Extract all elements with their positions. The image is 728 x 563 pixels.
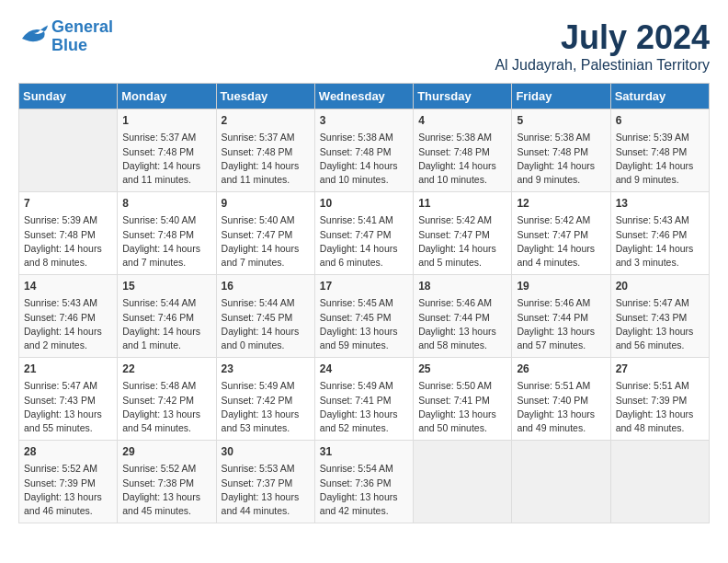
- calendar-cell: 6Sunrise: 5:39 AMSunset: 7:48 PMDaylight…: [610, 109, 709, 192]
- day-info-line: and 4 minutes.: [517, 256, 605, 270]
- header-monday: Monday: [118, 84, 216, 109]
- calendar-cell: 2Sunrise: 5:37 AMSunset: 7:48 PMDaylight…: [216, 109, 314, 192]
- day-info-line: Sunset: 7:48 PM: [122, 145, 210, 159]
- day-info-line: Daylight: 14 hours: [320, 159, 408, 173]
- day-info-line: Sunrise: 5:43 AM: [616, 213, 704, 227]
- day-info-line: Sunset: 7:39 PM: [616, 394, 704, 408]
- day-info-line: Sunset: 7:48 PM: [320, 145, 408, 159]
- day-info-line: Sunrise: 5:47 AM: [616, 296, 704, 310]
- day-info-line: Daylight: 14 hours: [24, 325, 112, 339]
- day-info-line: Sunset: 7:48 PM: [418, 145, 506, 159]
- day-info-line: Sunrise: 5:51 AM: [517, 379, 605, 393]
- day-info-line: Sunset: 7:47 PM: [320, 228, 408, 242]
- day-info-line: and 8 minutes.: [24, 256, 112, 270]
- calendar-cell: 17Sunrise: 5:45 AMSunset: 7:45 PMDayligh…: [314, 275, 413, 358]
- day-info-line: Sunrise: 5:43 AM: [24, 296, 112, 310]
- calendar-cell: [512, 441, 610, 523]
- calendar-cell: 7Sunrise: 5:39 AMSunset: 7:48 PMDaylight…: [19, 192, 118, 275]
- calendar-cell: 26Sunrise: 5:51 AMSunset: 7:40 PMDayligh…: [512, 358, 610, 441]
- day-number: 22: [122, 362, 210, 377]
- day-info-line: and 58 minutes.: [418, 339, 506, 352]
- day-info-line: Sunrise: 5:50 AM: [418, 379, 506, 393]
- day-number: 31: [320, 444, 408, 460]
- day-info-line: Daylight: 13 hours: [320, 490, 408, 504]
- day-info-line: Daylight: 13 hours: [24, 408, 112, 421]
- calendar-cell: 28Sunrise: 5:52 AMSunset: 7:39 PMDayligh…: [19, 441, 118, 523]
- calendar-cell: 8Sunrise: 5:40 AMSunset: 7:48 PMDaylight…: [118, 192, 216, 275]
- day-info-line: Daylight: 14 hours: [320, 242, 408, 256]
- day-info-line: and 10 minutes.: [320, 173, 408, 187]
- day-info-line: Sunrise: 5:52 AM: [122, 462, 210, 476]
- day-number: 13: [616, 196, 704, 212]
- calendar-cell: 22Sunrise: 5:48 AMSunset: 7:42 PMDayligh…: [118, 358, 216, 441]
- day-info-line: Daylight: 13 hours: [418, 325, 506, 339]
- day-info-line: and 46 minutes.: [24, 504, 112, 518]
- day-info-line: Daylight: 14 hours: [122, 242, 210, 256]
- day-info-line: Sunset: 7:45 PM: [320, 311, 408, 325]
- day-number: 9: [222, 196, 310, 212]
- day-info-line: and 9 minutes.: [616, 173, 704, 187]
- day-number: 25: [418, 362, 506, 377]
- day-info-line: and 55 minutes.: [24, 421, 112, 435]
- day-info-line: Sunrise: 5:49 AM: [320, 379, 408, 393]
- calendar-cell: 27Sunrise: 5:51 AMSunset: 7:39 PMDayligh…: [610, 358, 709, 441]
- day-info-line: Daylight: 13 hours: [222, 490, 310, 504]
- day-info-line: Sunrise: 5:39 AM: [24, 213, 112, 227]
- day-info-line: Daylight: 13 hours: [320, 408, 408, 421]
- day-info-line: Sunrise: 5:44 AM: [222, 296, 310, 310]
- day-info-line: Sunset: 7:39 PM: [24, 477, 112, 490]
- day-info-line: Sunset: 7:45 PM: [222, 311, 310, 325]
- day-info-line: and 50 minutes.: [418, 421, 506, 435]
- calendar-cell: 31Sunrise: 5:54 AMSunset: 7:36 PMDayligh…: [314, 441, 413, 523]
- day-info-line: Sunrise: 5:51 AM: [616, 379, 704, 393]
- title-block: July 2024 Al Judayrah, Palestinian Terri…: [495, 18, 710, 74]
- calendar-cell: 12Sunrise: 5:42 AMSunset: 7:47 PMDayligh…: [512, 192, 610, 275]
- day-info-line: and 48 minutes.: [616, 421, 704, 435]
- day-info-line: and 45 minutes.: [122, 504, 210, 518]
- day-info-line: Sunset: 7:48 PM: [616, 145, 704, 159]
- day-number: 29: [122, 444, 210, 460]
- day-info-line: and 49 minutes.: [517, 421, 605, 435]
- day-info-line: Sunset: 7:40 PM: [517, 394, 605, 408]
- day-info-line: Sunset: 7:47 PM: [222, 228, 310, 242]
- day-info-line: Sunrise: 5:46 AM: [418, 296, 506, 310]
- day-info-line: Daylight: 14 hours: [222, 242, 310, 256]
- day-info-line: Sunset: 7:43 PM: [616, 311, 704, 325]
- day-number: 14: [24, 279, 112, 294]
- day-number: 18: [418, 279, 506, 294]
- calendar-cell: 11Sunrise: 5:42 AMSunset: 7:47 PMDayligh…: [414, 192, 512, 275]
- day-info-line: Sunrise: 5:41 AM: [320, 213, 408, 227]
- day-info-line: Daylight: 14 hours: [222, 325, 310, 339]
- day-number: 20: [616, 279, 704, 294]
- day-info-line: Daylight: 14 hours: [122, 159, 210, 173]
- week-row-4: 21Sunrise: 5:47 AMSunset: 7:43 PMDayligh…: [19, 358, 710, 441]
- day-number: 11: [418, 196, 506, 212]
- day-info-line: and 3 minutes.: [616, 256, 704, 270]
- calendar-cell: 29Sunrise: 5:52 AMSunset: 7:38 PMDayligh…: [118, 441, 216, 523]
- day-info-line: and 57 minutes.: [517, 339, 605, 352]
- day-info-line: and 2 minutes.: [24, 339, 112, 352]
- calendar-cell: 10Sunrise: 5:41 AMSunset: 7:47 PMDayligh…: [314, 192, 413, 275]
- day-number: 30: [222, 444, 310, 460]
- day-info-line: Sunrise: 5:42 AM: [517, 213, 605, 227]
- header-sunday: Sunday: [19, 84, 118, 109]
- day-info-line: Sunrise: 5:47 AM: [24, 379, 112, 393]
- day-info-line: Sunset: 7:47 PM: [418, 228, 506, 242]
- header-wednesday: Wednesday: [314, 84, 413, 109]
- day-number: 1: [122, 113, 210, 129]
- calendar-cell: 16Sunrise: 5:44 AMSunset: 7:45 PMDayligh…: [216, 275, 314, 358]
- day-info-line: Sunrise: 5:54 AM: [320, 462, 408, 476]
- page-header: General Blue July 2024 Al Judayrah, Pale…: [18, 18, 710, 74]
- day-info-line: Sunset: 7:43 PM: [24, 394, 112, 408]
- day-info-line: and 7 minutes.: [122, 256, 210, 270]
- calendar-cell: 18Sunrise: 5:46 AMSunset: 7:44 PMDayligh…: [414, 275, 512, 358]
- day-number: 17: [320, 279, 408, 294]
- header-friday: Friday: [512, 84, 610, 109]
- day-info-line: Sunset: 7:46 PM: [24, 311, 112, 325]
- day-info-line: Sunset: 7:41 PM: [418, 394, 506, 408]
- week-row-3: 14Sunrise: 5:43 AMSunset: 7:46 PMDayligh…: [19, 275, 710, 358]
- day-info-line: Daylight: 14 hours: [24, 242, 112, 256]
- day-info-line: Sunrise: 5:40 AM: [222, 213, 310, 227]
- calendar-cell: 1Sunrise: 5:37 AMSunset: 7:48 PMDaylight…: [118, 109, 216, 192]
- day-info-line: Daylight: 13 hours: [320, 325, 408, 339]
